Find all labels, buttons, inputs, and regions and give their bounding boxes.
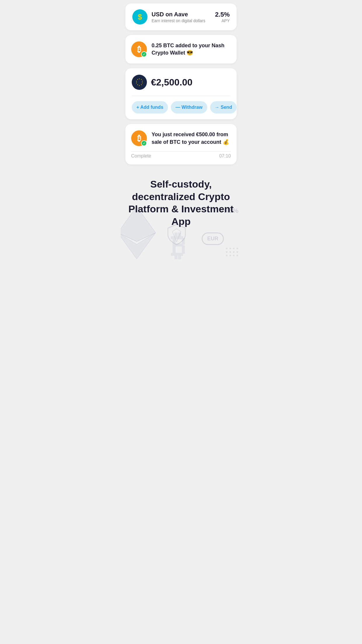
apy-value: 2.5% [215, 11, 230, 18]
eur-actions: + Add funds — Withdraw → Send [132, 101, 230, 113]
btc-check-badge: ✓ [141, 51, 147, 57]
eur-header: ★ ★ ★ ★ ★ ★ ★ ★ ★ ★ €2,500.00 [132, 75, 230, 90]
hero-section: Self-custody, decentralized Crypto Platf… [121, 169, 241, 262]
star-dot-2 [229, 247, 231, 250]
aave-card: $ USD on Aave Earn interest on digital d… [125, 4, 237, 30]
btc-received-message: You just received €500.00 from sale of B… [152, 131, 231, 146]
btc-shape-svg: ₿ [164, 228, 193, 262]
btc-received-icon-wrapper: ₿ ✓ [131, 130, 147, 146]
aave-subtitle: Earn interest on digital dollars [152, 18, 205, 23]
check-mark-icon: ✓ [143, 53, 145, 56]
eu-stars-svg: ★ ★ ★ ★ ★ ★ ★ ★ ★ ★ [134, 77, 145, 88]
btc-received-top: ₿ ✓ You just received €500.00 from sale … [131, 130, 231, 146]
star-dot-1 [226, 247, 228, 250]
star-dot-10 [229, 254, 231, 257]
hero-title: Self-custody, decentralized Crypto Platf… [126, 178, 236, 228]
btc-notification-card: ₿ ✓ 0.25 BTC added to your Nash Crypto W… [125, 35, 237, 64]
btc-icon-wrapper: ₿ ✓ [131, 41, 147, 57]
send-button[interactable]: → Send [210, 101, 237, 113]
star-dot-8 [236, 251, 238, 253]
page-wrapper: $ USD on Aave Earn interest on digital d… [121, 0, 241, 164]
star-dot-9 [226, 254, 228, 257]
eur-amount: €2,500.00 [151, 77, 192, 88]
btc-bg-icon: ₿ [164, 228, 193, 262]
btc-notification-text: 0.25 BTC added to your Nash Crypto Walle… [152, 42, 231, 57]
btc-time: 07:10 [219, 153, 231, 159]
aave-title: USD on Aave [152, 11, 205, 18]
apy-label: APY [215, 18, 230, 23]
aave-card-left: $ USD on Aave Earn interest on digital d… [132, 9, 205, 24]
add-funds-button[interactable]: + Add funds [132, 101, 168, 113]
btc-received-card: ₿ ✓ You just received €500.00 from sale … [125, 124, 237, 164]
eur-divider [132, 96, 230, 96]
aave-icon: $ [132, 9, 147, 24]
star-dot-3 [233, 247, 235, 250]
aave-dollar-symbol: $ [138, 13, 142, 21]
eu-flag-icon: ★ ★ ★ ★ ★ ★ ★ ★ ★ ★ [132, 75, 147, 90]
eur-balance-card: ★ ★ ★ ★ ★ ★ ★ ★ ★ ★ €2,500.00 + Add fund… [125, 68, 237, 119]
star-dot-12 [236, 254, 238, 257]
withdraw-button[interactable]: — Withdraw [171, 101, 207, 113]
star-dot-6 [229, 251, 231, 253]
stars-bg-decoration [226, 247, 238, 257]
btc-symbol: ₿ [137, 45, 141, 54]
eur-bg-label: EUR [202, 232, 224, 245]
star-dot-5 [226, 251, 228, 253]
aave-text: USD on Aave Earn interest on digital dol… [152, 11, 205, 23]
btc-received-check-badge: ✓ [141, 140, 147, 146]
svg-text:₿: ₿ [171, 229, 185, 262]
btc-received-footer: Complete 07:10 [131, 151, 231, 159]
btc-received-symbol: ₿ [137, 134, 141, 143]
aave-apy: 2.5% APY [215, 11, 230, 23]
star-dot-11 [233, 254, 235, 257]
received-check-mark-icon: ✓ [143, 142, 145, 145]
star-dot-4 [236, 247, 238, 250]
star-dot-7 [233, 251, 235, 253]
btc-status: Complete [131, 153, 151, 159]
